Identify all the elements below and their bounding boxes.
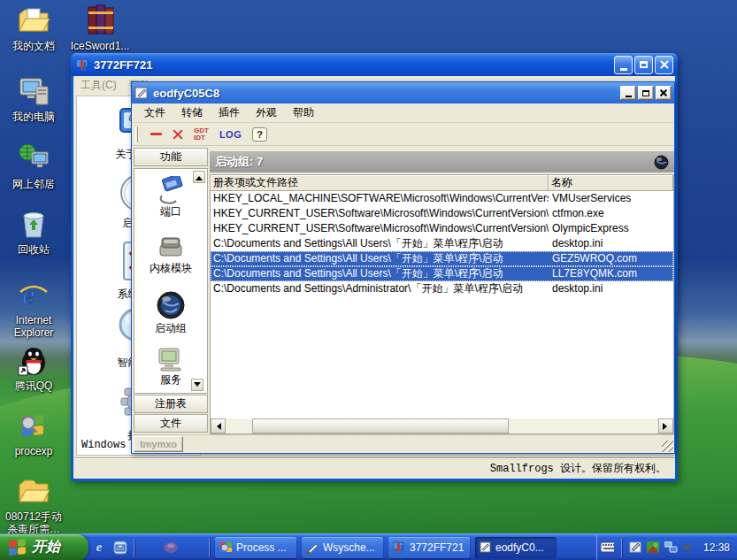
close-button[interactable] bbox=[655, 56, 673, 74]
desktop-icon-qq[interactable]: 腾讯QQ bbox=[2, 343, 65, 392]
system-tray: 12:38 bbox=[596, 534, 737, 560]
taskbutton-label: 3772FF721 bbox=[410, 541, 464, 554]
right-arrow-icon bbox=[663, 423, 671, 430]
kernel-module-icon bbox=[156, 233, 186, 261]
desktop-icon-label: IceSword1... bbox=[68, 40, 132, 52]
menu-appearance[interactable]: 外观 bbox=[249, 104, 284, 122]
menu-dump[interactable]: 转储 bbox=[174, 104, 210, 122]
taskbutton-wsysche[interactable]: Wsysche... bbox=[302, 537, 383, 558]
menu-help[interactable]: 帮助 bbox=[286, 104, 321, 122]
start-label: 开始 bbox=[32, 538, 60, 556]
desktop-icon-my-computer[interactable]: 我的电脑 bbox=[2, 74, 65, 123]
maximize-glyph bbox=[642, 90, 649, 96]
desktop-icon-icesword-archive[interactable]: IceSword1... bbox=[68, 4, 132, 52]
inner-statusbar: tmymxo bbox=[132, 434, 674, 453]
tray-pen-icon[interactable] bbox=[629, 541, 642, 553]
computer-icon bbox=[17, 74, 50, 108]
sidebar-item-kernel-modules[interactable]: 内核模块 bbox=[134, 233, 207, 276]
row-name: ctfmon.exe bbox=[549, 206, 673, 221]
scroll-left-button[interactable] bbox=[211, 418, 226, 433]
desktop-icon-network-places[interactable]: 网上邻居 bbox=[2, 142, 65, 190]
desktop-icon-label: Internet Explorer bbox=[2, 314, 65, 339]
tray-network-icon[interactable] bbox=[664, 541, 678, 553]
archive-icon bbox=[83, 4, 117, 37]
resize-grip[interactable] bbox=[662, 441, 673, 452]
table-row[interactable]: C:\Documents and Settings\All Users\「开始」… bbox=[211, 236, 673, 251]
row-name: GEZ5WROQ.com bbox=[549, 251, 673, 266]
sidebar-group-file[interactable]: 文件 bbox=[134, 414, 208, 433]
quicklaunch-app-icon[interactable] bbox=[162, 539, 180, 556]
minimize-glyph bbox=[626, 96, 632, 97]
maximize-button[interactable] bbox=[638, 86, 654, 100]
column-header-path[interactable]: 册表项或文件路径 bbox=[211, 175, 549, 190]
table-row[interactable]: HKEY_LOCAL_MACHINE\SOFTWARE\Microsoft\Wi… bbox=[211, 191, 673, 206]
log-button[interactable]: LOG bbox=[219, 129, 242, 140]
taskbutton-3772FF721[interactable]: 3772FF721 bbox=[388, 537, 470, 558]
desktop-icon-av-folder[interactable]: 080712手动 杀毒所需… bbox=[2, 474, 65, 535]
close-button[interactable] bbox=[656, 86, 672, 100]
windows-flag-icon bbox=[9, 538, 27, 556]
menu-tools[interactable]: 工具(C) bbox=[81, 78, 117, 93]
taskbutton-eodfyC0-active[interactable]: eodfyC0... bbox=[475, 537, 557, 558]
toolbar-grip-icon[interactable] bbox=[135, 127, 138, 142]
window-tools-icon bbox=[75, 58, 89, 72]
inner-body: 功能 端口 内核模块 启动组 bbox=[132, 146, 674, 434]
tray-antivirus-icon[interactable] bbox=[647, 541, 660, 553]
globe-small-icon[interactable] bbox=[654, 155, 669, 170]
minimize-button[interactable] bbox=[620, 86, 636, 100]
maximize-button[interactable] bbox=[634, 56, 653, 74]
table-row[interactable]: HKEY_CURRENT_USER\Software\Microsoft\Win… bbox=[211, 206, 673, 221]
services-icon bbox=[156, 346, 186, 372]
left-arrow-icon bbox=[213, 423, 221, 430]
quicklaunch-mail-icon[interactable] bbox=[111, 539, 129, 556]
start-button[interactable]: 开始 bbox=[0, 534, 88, 560]
taskbar: 开始 e Process ... Wsysche... 3772FF721 eo… bbox=[0, 533, 737, 560]
desktop-icon-label: 我的文档 bbox=[2, 40, 65, 52]
table-row[interactable]: C:\Documents and Settings\All Users\「开始」… bbox=[211, 251, 673, 266]
table-row[interactable]: HKEY_CURRENT_USER\Software\Microsoft\Win… bbox=[211, 221, 673, 236]
sidebar-group-registry[interactable]: 注册表 bbox=[134, 395, 208, 413]
menu-file[interactable]: 文件 bbox=[137, 104, 173, 122]
row-name: OlympicExpress bbox=[549, 221, 673, 236]
desktop-icon-recycle-bin[interactable]: 回收站 bbox=[2, 207, 65, 256]
quicklaunch-ie-icon[interactable]: e bbox=[90, 539, 108, 556]
sidebar-item-startup-group[interactable]: 启动组 bbox=[134, 289, 207, 336]
desktop-icon-my-documents[interactable]: 我的文档 bbox=[2, 4, 65, 52]
panel-header: 启动组: 7 bbox=[210, 151, 674, 173]
scroll-thumb[interactable] bbox=[252, 418, 509, 433]
startup-rows: HKEY_LOCAL_MACHINE\SOFTWARE\Microsoft\Wi… bbox=[211, 191, 673, 418]
taskbutton-label: Process ... bbox=[236, 541, 287, 554]
row-path: C:\Documents and Settings\All Users\「开始」… bbox=[211, 236, 549, 251]
menu-plugins[interactable]: 插件 bbox=[211, 104, 247, 122]
outer-titlebar[interactable]: 3772FF721 bbox=[71, 53, 678, 76]
desktop-icon-label: 网上邻居 bbox=[2, 178, 65, 190]
desktop-icon-procexp[interactable]: procexp bbox=[2, 409, 65, 457]
minimize-button[interactable] bbox=[614, 56, 633, 74]
sidebar-group-functions[interactable]: 功能 bbox=[134, 148, 208, 166]
my-documents-icon bbox=[17, 4, 50, 37]
taskbutton-process-explorer[interactable]: Process ... bbox=[215, 537, 296, 558]
scroll-track[interactable] bbox=[226, 418, 658, 433]
row-path: C:\Documents and Settings\Administrator\… bbox=[211, 281, 549, 296]
scroll-right-button[interactable] bbox=[658, 418, 673, 433]
table-row[interactable]: C:\Documents and Settings\Administrator\… bbox=[211, 281, 673, 296]
sidebar-scroll-down[interactable] bbox=[191, 379, 203, 391]
gdt-idt-button[interactable]: GDTIDT bbox=[194, 127, 209, 142]
sidebar-item-ports[interactable]: 端口 bbox=[134, 176, 207, 219]
tools-small-icon bbox=[393, 541, 406, 553]
input-method-keyboard-icon[interactable] bbox=[601, 541, 614, 553]
desktop-icon-internet-explorer[interactable]: e Internet Explorer bbox=[2, 278, 65, 339]
desktop-icon-label: procexp bbox=[2, 445, 65, 457]
tray-volume-icon[interactable] bbox=[682, 541, 695, 553]
delete-item-button[interactable] bbox=[173, 129, 183, 140]
tmymxo-button[interactable]: tmymxo bbox=[134, 436, 183, 452]
table-row[interactable]: C:\Documents and Settings\All Users\「开始」… bbox=[211, 266, 673, 281]
inner-menubar: 文件 转储 插件 外观 帮助 bbox=[132, 104, 674, 123]
internet-explorer-icon: e bbox=[17, 278, 50, 311]
remove-item-button[interactable] bbox=[150, 133, 162, 135]
row-path: HKEY_CURRENT_USER\Software\Microsoft\Win… bbox=[211, 206, 549, 221]
taskbar-clock[interactable]: 12:38 bbox=[703, 541, 730, 554]
column-header-name[interactable]: 名称 bbox=[549, 175, 673, 190]
inner-titlebar[interactable]: eodfyC05C8 bbox=[132, 82, 674, 104]
help-button[interactable]: ? bbox=[252, 127, 267, 142]
